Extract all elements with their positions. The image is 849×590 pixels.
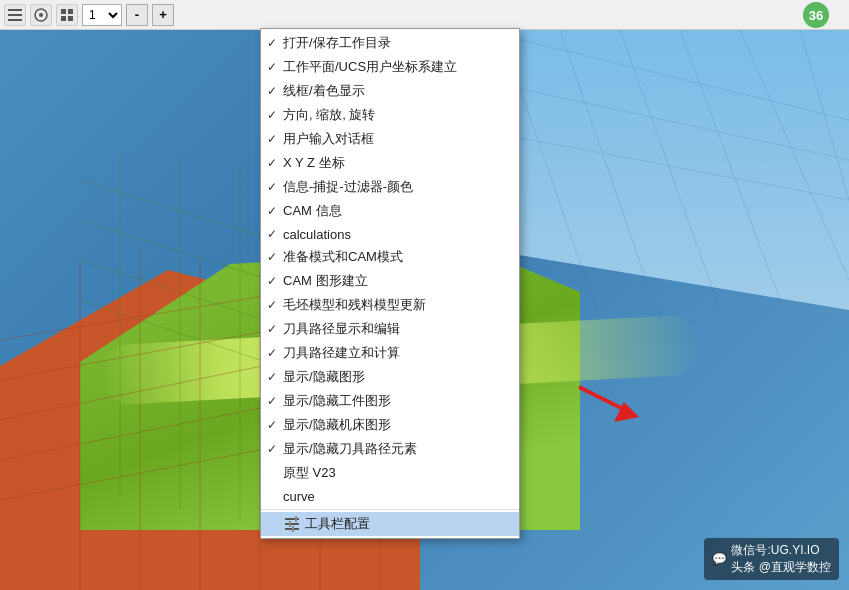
check-icon: ✓: [267, 370, 283, 384]
context-menu: ✓打开/保存工作目录✓工作平面/UCS用户坐标系建立✓线框/着色显示✓方向, 缩…: [260, 28, 520, 539]
svg-rect-37: [61, 9, 66, 14]
svg-rect-46: [292, 526, 294, 532]
check-icon: ✓: [267, 394, 283, 408]
menu-item-label: 原型 V23: [283, 464, 511, 482]
menu-item-open-save-dir[interactable]: ✓打开/保存工作目录: [261, 31, 519, 55]
menu-divider: [261, 509, 519, 510]
menu-item-prototype-v23[interactable]: 原型 V23: [261, 461, 519, 485]
check-icon: ✓: [267, 60, 283, 74]
arrow-annotation: [569, 377, 649, 430]
svg-rect-33: [8, 14, 22, 16]
check-icon: ✓: [267, 298, 283, 312]
menu-item-label: 显示/隐藏机床图形: [283, 416, 511, 434]
menu-item-label: CAM 信息: [283, 202, 511, 220]
menu-item-label: 方向, 缩放, 旋转: [283, 106, 511, 124]
svg-rect-44: [295, 516, 297, 522]
svg-rect-38: [68, 9, 73, 14]
check-icon: ✓: [267, 180, 283, 194]
toolbar-config-icon: [283, 515, 301, 533]
check-icon: ✓: [267, 274, 283, 288]
menu-item-label: CAM 图形建立: [283, 272, 511, 290]
menu-item-direction-zoom-rotate[interactable]: ✓方向, 缩放, 旋转: [261, 103, 519, 127]
svg-rect-39: [61, 16, 66, 21]
plus-button[interactable]: +: [152, 4, 174, 26]
watermark-text: 微信号:UG.YI.IO 头条 @直观学数控: [731, 542, 831, 576]
check-icon: ✓: [267, 132, 283, 146]
menu-item-xyz-coord[interactable]: ✓X Y Z 坐标: [261, 151, 519, 175]
menu-item-show-hide-machine[interactable]: ✓显示/隐藏机床图形: [261, 413, 519, 437]
menu-item-label: 显示/隐藏刀具路径元素: [283, 440, 511, 458]
menu-item-label: 打开/保存工作目录: [283, 34, 511, 52]
menu-item-toolpath-build-calc[interactable]: ✓刀具路径建立和计算: [261, 341, 519, 365]
menu-item-show-hide-toolpath-elem[interactable]: ✓显示/隐藏刀具路径元素: [261, 437, 519, 461]
view-select[interactable]: 1 2 4: [82, 4, 122, 26]
toolbar-icon-3[interactable]: [56, 4, 78, 26]
menu-item-label: 毛坯模型和残料模型更新: [283, 296, 511, 314]
minus-button[interactable]: -: [126, 4, 148, 26]
menu-item-show-hide-workpiece[interactable]: ✓显示/隐藏工件图形: [261, 389, 519, 413]
menu-item-info-snap-filter-color[interactable]: ✓信息-捕捉-过滤器-颜色: [261, 175, 519, 199]
svg-rect-40: [68, 16, 73, 21]
toolbar: 1 2 4 - +: [0, 0, 849, 30]
menu-item-label: 准备模式和CAM模式: [283, 248, 511, 266]
menu-item-workplane-ucs[interactable]: ✓工作平面/UCS用户坐标系建立: [261, 55, 519, 79]
svg-rect-32: [8, 9, 22, 11]
menu-item-label: 刀具路径显示和编辑: [283, 320, 511, 338]
menu-item-label: 显示/隐藏工件图形: [283, 392, 511, 410]
check-icon: ✓: [267, 346, 283, 360]
menu-item-calculations[interactable]: ✓calculations: [261, 223, 519, 245]
check-icon: ✓: [267, 36, 283, 50]
notification-badge: 36: [803, 2, 829, 28]
menu-item-label: 工具栏配置: [305, 515, 511, 533]
menu-item-user-input-dialog[interactable]: ✓用户输入对话框: [261, 127, 519, 151]
check-icon: ✓: [267, 442, 283, 456]
menu-item-label: 显示/隐藏图形: [283, 368, 511, 386]
watermark: 💬 微信号:UG.YI.IO 头条 @直观学数控: [704, 538, 839, 580]
menu-item-label: 工作平面/UCS用户坐标系建立: [283, 58, 511, 76]
svg-point-36: [39, 13, 43, 17]
menu-item-label: calculations: [283, 227, 511, 242]
menu-item-curve[interactable]: curve: [261, 485, 519, 507]
menu-item-label: X Y Z 坐标: [283, 154, 511, 172]
check-icon: ✓: [267, 156, 283, 170]
menu-item-label: 信息-捕捉-过滤器-颜色: [283, 178, 511, 196]
check-icon: ✓: [267, 250, 283, 264]
check-icon: ✓: [267, 322, 283, 336]
menu-item-label: curve: [283, 489, 511, 504]
menu-item-label: 用户输入对话框: [283, 130, 511, 148]
menu-item-toolbar-config[interactable]: 工具栏配置: [261, 512, 519, 536]
menu-item-wireframe-color[interactable]: ✓线框/着色显示: [261, 79, 519, 103]
check-icon: ✓: [267, 108, 283, 122]
menu-item-label: 线框/着色显示: [283, 82, 511, 100]
menu-item-toolpath-display-edit[interactable]: ✓刀具路径显示和编辑: [261, 317, 519, 341]
menu-item-cam-shape-build[interactable]: ✓CAM 图形建立: [261, 269, 519, 293]
toolbar-icon-2[interactable]: [30, 4, 52, 26]
menu-item-prepare-cam-mode[interactable]: ✓准备模式和CAM模式: [261, 245, 519, 269]
svg-rect-42: [285, 523, 299, 525]
svg-rect-34: [8, 19, 22, 21]
menu-item-show-hide-shape[interactable]: ✓显示/隐藏图形: [261, 365, 519, 389]
svg-rect-45: [289, 521, 291, 527]
check-icon: ✓: [267, 418, 283, 432]
menu-item-cam-info[interactable]: ✓CAM 信息: [261, 199, 519, 223]
menu-item-label: 刀具路径建立和计算: [283, 344, 511, 362]
check-icon: ✓: [267, 204, 283, 218]
check-icon: ✓: [267, 84, 283, 98]
wechat-icon: 💬: [712, 552, 727, 566]
toolbar-icon-1[interactable]: [4, 4, 26, 26]
menu-item-blank-residual-update[interactable]: ✓毛坯模型和残料模型更新: [261, 293, 519, 317]
check-icon: ✓: [267, 227, 283, 241]
